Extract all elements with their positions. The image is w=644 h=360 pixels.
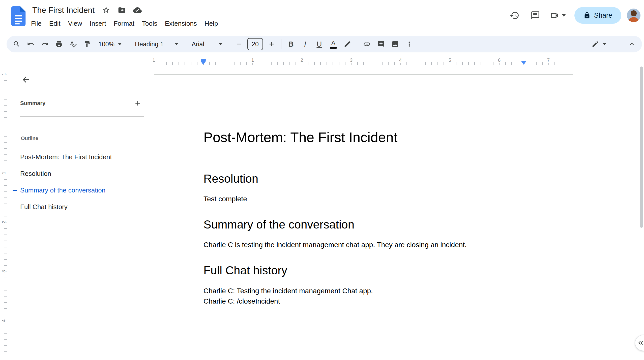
- insert-image-button[interactable]: [389, 38, 402, 51]
- editing-mode-button[interactable]: [588, 38, 610, 51]
- avatar-face: [631, 10, 637, 16]
- undo-icon: [27, 40, 35, 48]
- ruler-number: 1: [1, 70, 7, 78]
- close-outline-button[interactable]: [18, 72, 34, 88]
- pencil-icon: [592, 40, 599, 48]
- cloud-saved-icon: [133, 6, 142, 14]
- paragraph-style-value: Heading 1: [135, 41, 164, 48]
- menu-insert[interactable]: Insert: [86, 17, 110, 30]
- meet-button[interactable]: [548, 7, 568, 24]
- ruler-number: 5: [448, 58, 452, 63]
- minus-icon: [235, 41, 242, 48]
- outline-item-active[interactable]: Summary of the conversation: [8, 182, 154, 199]
- add-summary-button[interactable]: [132, 97, 144, 109]
- ruler-number: 4: [398, 58, 403, 63]
- videocam-icon: [550, 11, 559, 20]
- docs-logo[interactable]: [11, 6, 26, 26]
- ruler-number: 1: [152, 58, 156, 63]
- add-comment-button[interactable]: [374, 38, 388, 51]
- chevron-down-icon: [562, 14, 566, 17]
- add-comment-icon: [377, 40, 385, 48]
- bold-button[interactable]: B: [284, 38, 298, 51]
- zoom-dropdown[interactable]: 100%: [95, 38, 125, 51]
- right-indent-marker[interactable]: [521, 61, 526, 65]
- font-dropdown[interactable]: Arial: [188, 38, 226, 51]
- history-icon: [510, 11, 519, 20]
- italic-button[interactable]: I: [299, 38, 312, 51]
- italic-icon: I: [304, 41, 306, 48]
- doc-heading2-resolution[interactable]: Resolution: [203, 172, 523, 186]
- expand-side-panel-button[interactable]: [635, 335, 644, 351]
- version-history-button[interactable]: [506, 7, 523, 24]
- menu-view[interactable]: View: [64, 17, 86, 30]
- menu-format[interactable]: Format: [110, 17, 138, 30]
- move-folder-icon: [118, 6, 126, 14]
- toolbar-right: [588, 38, 639, 51]
- doc-paragraph[interactable]: Test complete: [203, 194, 523, 204]
- vertical-ruler[interactable]: 1 1 2 3 4: [0, 65, 8, 360]
- document-title[interactable]: The First Incident: [31, 5, 96, 15]
- ruler-number: 3: [1, 268, 7, 275]
- cloud-status-button[interactable]: [132, 5, 143, 16]
- header: The First Incident File Edit View Insert…: [0, 0, 644, 35]
- text-color-button[interactable]: A: [327, 38, 340, 51]
- search-menus-button[interactable]: [10, 38, 23, 51]
- outline-list: Post-Mortem: The First Incident Resoluti…: [8, 149, 154, 215]
- plus-icon: [268, 41, 275, 48]
- print-icon: [55, 40, 63, 48]
- zoom-value: 100%: [98, 41, 114, 48]
- decrease-font-size-button[interactable]: [232, 38, 245, 51]
- ruler-number: 6: [497, 58, 502, 63]
- ruler-number: 7: [546, 58, 551, 63]
- outline-item[interactable]: Full Chat history: [8, 199, 154, 215]
- outline-item[interactable]: Post-Mortem: The First Incident: [8, 149, 154, 165]
- lock-icon: [583, 12, 591, 19]
- left-indent-marker[interactable]: [201, 61, 206, 65]
- summary-section: Summary: [20, 97, 144, 110]
- first-line-indent-marker[interactable]: [201, 59, 206, 61]
- font-size-input[interactable]: 20: [247, 38, 263, 50]
- move-button[interactable]: [116, 5, 127, 16]
- chevron-down-icon: [175, 43, 178, 45]
- undo-button[interactable]: [24, 38, 37, 51]
- underline-button[interactable]: U: [313, 38, 326, 51]
- menu-extensions[interactable]: Extensions: [161, 17, 201, 30]
- menu-edit[interactable]: Edit: [45, 17, 64, 30]
- avatar[interactable]: [627, 9, 640, 22]
- document-page[interactable]: Post-Mortem: The First Incident Resoluti…: [154, 74, 573, 360]
- doc-paragraph[interactable]: Charlie C: /closeIncident: [203, 296, 523, 306]
- spellcheck-button[interactable]: [67, 38, 80, 51]
- scrollbar-thumb[interactable]: [640, 67, 643, 228]
- plus-icon: [134, 100, 141, 107]
- more-toolbar-options-button[interactable]: [403, 38, 416, 51]
- doc-heading2-chat-history[interactable]: Full Chat history: [203, 264, 523, 277]
- menu-help[interactable]: Help: [201, 17, 222, 30]
- outline-item[interactable]: Resolution: [8, 165, 154, 182]
- doc-heading2-summary[interactable]: Summary of the conversation: [203, 218, 523, 232]
- paint-format-button[interactable]: [81, 38, 94, 51]
- arrow-back-icon: [21, 75, 30, 84]
- star-button[interactable]: [101, 5, 112, 16]
- hide-menus-button[interactable]: [625, 38, 638, 51]
- share-button[interactable]: Share: [574, 7, 621, 24]
- horizontal-ruler[interactable]: 1 1 2 3 4 5 6 7: [154, 57, 573, 66]
- doc-paragraph[interactable]: Charlie C is testing the incident manage…: [203, 240, 523, 250]
- doc-heading1[interactable]: Post-Mortem: The First Incident: [203, 129, 523, 146]
- comments-button[interactable]: [527, 7, 544, 24]
- doc-paragraph[interactable]: Charlie C: Testing the incident manageme…: [203, 286, 523, 296]
- menu-file[interactable]: File: [27, 17, 45, 30]
- docs-logo-icon: [11, 6, 26, 26]
- insert-link-button[interactable]: [360, 38, 373, 51]
- highlight-color-button[interactable]: [341, 38, 354, 51]
- increase-font-size-button[interactable]: [265, 38, 278, 51]
- menu-tools[interactable]: Tools: [138, 17, 161, 30]
- print-button[interactable]: [52, 38, 66, 51]
- redo-button[interactable]: [38, 38, 51, 51]
- paint-roller-icon: [83, 40, 91, 48]
- avatar-shirt: [628, 17, 639, 22]
- title-row: The First Incident: [31, 3, 222, 17]
- toolbar-divider: [357, 39, 357, 49]
- styles-dropdown[interactable]: Heading 1: [131, 38, 182, 51]
- ruler-number: 4: [1, 317, 7, 324]
- header-right: Share: [502, 7, 640, 24]
